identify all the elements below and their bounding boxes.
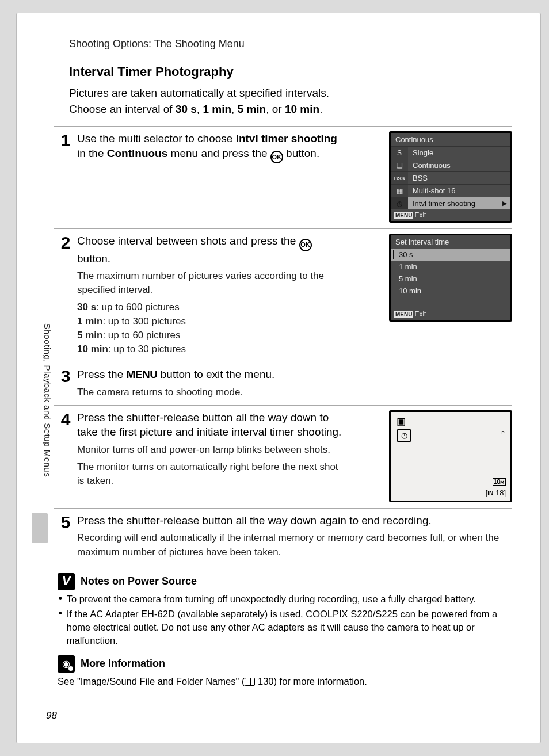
step-number: 3 (54, 367, 77, 399)
step-1: 1 Use the multi selector to choose Intvl… (54, 126, 512, 228)
intro-line1: Pictures are taken automatically at spec… (69, 87, 329, 99)
continuous-icon: ❏ (391, 159, 408, 171)
menu-item-bss: BSSBSS (391, 171, 510, 184)
intro-interval-2: 1 min (203, 103, 231, 115)
step-title: Press the shutter-release button all the… (77, 513, 503, 528)
step-body: Use the multi selector to choose Intvl t… (77, 131, 389, 223)
step-title: Press the MENU button to exit the menu. (77, 367, 503, 382)
intro-interval-1: 30 s (176, 103, 197, 115)
step-title: Press the shutter-release button all the… (77, 410, 348, 440)
screen2-footer: MENUExit (391, 308, 510, 320)
steps-list: 1 Use the multi selector to choose Intvl… (54, 126, 512, 565)
step-number: 2 (54, 234, 77, 356)
page-number: 98 (46, 710, 57, 721)
step-body: Press the shutter-release button all the… (77, 513, 512, 559)
camera-screen-shooting: ▣ ◷ ᴾ 10ᴍ [IN 18] (389, 410, 512, 502)
interval-timer-icon: ◷ (396, 429, 411, 442)
step-body: Press the MENU button to exit the menu. … (77, 367, 512, 399)
interval-icon: ◷ (391, 197, 408, 209)
camera-screen-interval: Set interval time 30 s 1 min 5 min 10 mi… (389, 234, 512, 356)
image-size-indicator: 10ᴍ (493, 477, 506, 486)
step-title: Use the multi selector to choose Intvl t… (77, 131, 348, 163)
menu-item-continuous: ❏Continuous (391, 159, 510, 171)
chevron-right-icon: ▶ (502, 200, 510, 207)
step-body: Choose interval between shots and press … (77, 234, 389, 356)
menu-badge: MENU (394, 311, 413, 318)
step-subtext: The monitor turns on automatically right… (77, 460, 348, 488)
shooting-indicator-icon: ᴾ (501, 429, 505, 440)
step-subtext: Monitor turns off and power-on lamp blin… (77, 443, 348, 457)
step-number: 4 (54, 410, 77, 502)
camera-screen-continuous: Continuous SSingle ❏Continuous BSSBSS ▦M… (389, 131, 512, 223)
sidebar-section-label: Shooting, Playback and Setup Menus (43, 323, 52, 477)
menu-item-multishot: ▦Multi-shot 16 (391, 184, 510, 197)
note-bullet: •If the AC Adapter EH-62D (available sep… (59, 608, 509, 647)
camera-mode-icon: ▣ (396, 415, 406, 427)
sidebar-tab (32, 513, 48, 543)
ok-icon: OK (270, 151, 283, 163)
note-title: More Information (81, 656, 165, 671)
step-4: 4 Press the shutter-release button all t… (54, 405, 512, 508)
step-subtext: Recording will end automatically if the … (77, 531, 503, 559)
step-3: 3 Press the MENU button to exit the menu… (54, 362, 512, 405)
camera-info-icon: ◉ (58, 655, 75, 673)
header-rule (69, 56, 512, 56)
multishot-icon: ▦ (391, 185, 408, 197)
section-intro: Pictures are taken automatically at spec… (69, 85, 495, 117)
page-header: Shooting Options: The Shooting Menu (69, 38, 512, 56)
step-subtext: The camera returns to shooting mode. (77, 385, 503, 399)
screen2-blank (391, 297, 510, 308)
intro-prefix: Choose an interval of (69, 103, 176, 115)
step-title: Choose interval between shots and press … (77, 234, 348, 266)
warning-icon: V (58, 573, 75, 590)
interval-5min: 5 min (391, 273, 510, 285)
step-5: 5 Press the shutter-release button all t… (54, 508, 512, 565)
section-title: Interval Timer Photography (69, 64, 512, 79)
note-text: See "Image/Sound File and Folder Names" … (58, 675, 509, 688)
note-title: Notes on Power Source (81, 574, 197, 589)
note-bullet: •To prevent the camera from turning off … (59, 593, 509, 606)
step-number: 5 (54, 513, 77, 559)
step-2: 2 Choose interval between shots and pres… (54, 228, 512, 362)
menu-item-single: SSingle (391, 146, 510, 159)
intro-interval-4: 10 min (285, 103, 319, 115)
interval-10min: 10 min (391, 285, 510, 297)
intro-interval-3: 5 min (238, 103, 266, 115)
screen1-footer: MENUExit (391, 209, 510, 221)
screen2-title: Set interval time (391, 235, 510, 249)
menu-text-icon: MENU (127, 368, 158, 380)
menu-item-interval-timer: ◷Intvl timer shooting▶ (391, 197, 510, 209)
ok-icon: OK (299, 239, 312, 251)
menu-badge: MENU (394, 212, 413, 219)
screen1-title: Continuous (391, 133, 510, 146)
page-ref-icon (245, 678, 255, 686)
step-number: 1 (54, 131, 77, 223)
shots-remaining: [IN 18] (486, 488, 506, 497)
bss-icon: BSS (391, 172, 408, 184)
interval-1min: 1 min (391, 261, 510, 273)
note-more-info: ◉ More Information See "Image/Sound File… (58, 655, 509, 688)
step-body: Press the shutter-release button all the… (77, 410, 389, 502)
interval-30s: 30 s (391, 249, 510, 261)
single-icon: S (391, 147, 408, 159)
manual-page: Shooting, Playback and Setup Menus Shoot… (16, 13, 541, 743)
note-power-source: V Notes on Power Source •To prevent the … (58, 573, 509, 647)
header-text: Shooting Options: The Shooting Menu (69, 38, 245, 49)
interval-limits: 30 s: up to 600 pictures 1 min: up to 30… (77, 300, 348, 356)
step-subtext: The maximum number of pictures varies ac… (77, 269, 348, 297)
